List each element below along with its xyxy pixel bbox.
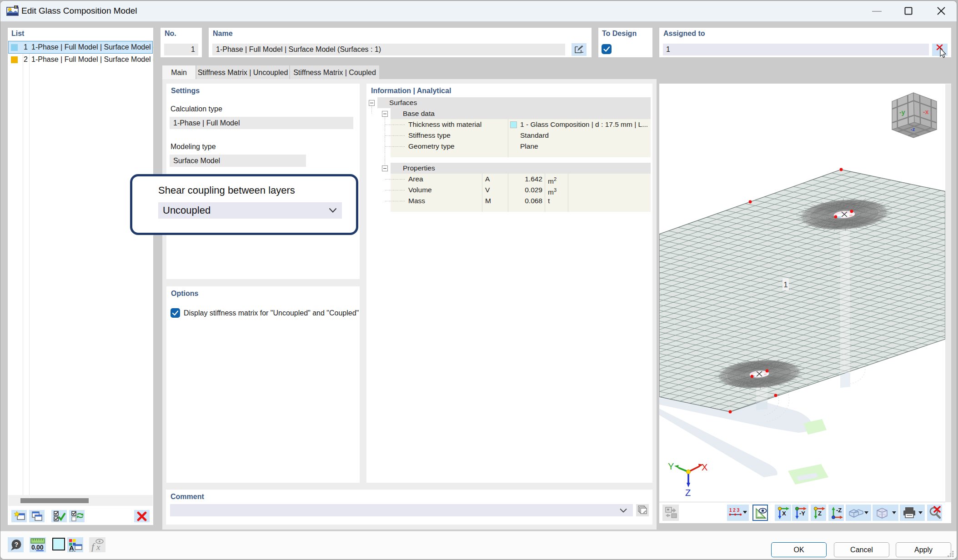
svg-text:1 2 3: 1 2 3	[729, 508, 740, 513]
svg-text:?: ?	[15, 541, 19, 548]
svg-text:-Z: -Z	[836, 507, 842, 514]
svg-text:Z: Z	[685, 488, 691, 498]
svg-text:00: 00	[36, 544, 44, 551]
svg-text:-Y: -Y	[799, 510, 805, 517]
svg-text:0.: 0.	[31, 544, 37, 551]
svg-text:-z: -z	[911, 126, 915, 132]
svg-text:6: 6	[15, 5, 17, 9]
svg-text:Y: Y	[668, 461, 674, 471]
svg-text:X: X	[702, 462, 707, 472]
svg-text:A: A	[69, 544, 74, 551]
svg-text:-x: -x	[923, 108, 929, 115]
svg-text:1: 1	[783, 280, 787, 289]
svg-text:-y: -y	[899, 109, 905, 116]
svg-text:Z: Z	[818, 510, 822, 517]
svg-text:x: x	[96, 542, 100, 552]
svg-text:f: f	[91, 541, 95, 552]
svg-text:X: X	[782, 510, 786, 517]
